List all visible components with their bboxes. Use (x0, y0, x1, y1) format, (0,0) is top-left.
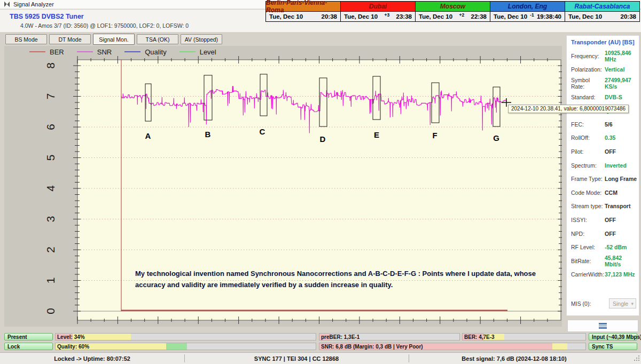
y-axis-tick-label: 4 (44, 185, 57, 192)
clock-value: 19:38:40 (537, 13, 561, 20)
y-axis-tick-label: 3 (44, 216, 57, 223)
legend-label: Level (200, 48, 216, 56)
meter-bar-label: preBER: 1,3E-1 (321, 334, 359, 340)
transponder-row-value: 37,123 MHz (605, 271, 635, 278)
transponder-list-icon (599, 323, 607, 329)
transponder-row: Pilot:OFF (571, 145, 637, 159)
y-axis-tick-label: 8 (44, 62, 57, 69)
transponder-rows: Frequency:10925,846 MHzPolarization:Vert… (571, 49, 637, 281)
meter-bar: BER: 4,7E-3 (462, 333, 586, 341)
meter-bar-label: Level: 34% (57, 334, 85, 340)
transponder-panel: Transponder (AU) [BS] Frequency:10925,84… (566, 35, 639, 316)
transponder-row-value: Transport (605, 203, 630, 209)
tab-bs-mode[interactable]: BS Mode (5, 34, 47, 44)
transponder-row-label: Standard: (571, 94, 605, 100)
statusbar: Locked -> Uptime: 80:07:52SYNC 177 | TEI… (0, 352, 641, 364)
transponder-row: Symbol Rate:27499,947 KS/s (571, 76, 637, 90)
tab-av-stopped[interactable]: AV (Stopped) (181, 34, 222, 44)
transponder-row: Spectrum:Inverted (571, 159, 637, 172)
mis-dropdown[interactable]: Single ▾ (609, 298, 636, 308)
window-title: Signal Analyzer (13, 1, 54, 7)
clock-date: Tue, Dec 10 (568, 13, 602, 20)
marker-label-d: D (320, 134, 326, 144)
transponder-row-label: Stream type: (571, 203, 605, 209)
transponder-row: ISSYI:OFF (571, 213, 637, 227)
transponder-row-label: BitRate: (571, 258, 605, 264)
legend-line-swatch (29, 51, 45, 52)
mode-tabs: BS ModeDT ModeSignal Mon.TSA (OK)AV (Sto… (5, 34, 222, 45)
clock-utc-offset: -1 (530, 12, 534, 18)
marker-label-b: B (205, 130, 211, 139)
clock-time: Tue, Dec 10+222:38 (416, 11, 490, 21)
transponder-row: Stream type:Transport (571, 200, 637, 213)
tab-signal-mon[interactable]: Signal Mon. (93, 34, 135, 45)
y-axis-tick-label: 5 (44, 155, 57, 161)
clock-value: 20:38 (621, 13, 636, 20)
transponder-row-label: RF Level: (571, 244, 605, 250)
resize-grip-icon[interactable] (634, 354, 640, 363)
transponder-row: BitRate:45,842 Mbit/s (571, 254, 637, 268)
transponder-row: Frequency:10925,846 MHz (571, 49, 637, 63)
transponder-row: Code Mode:CCM (571, 186, 637, 200)
transponder-row-value: 45,842 Mbit/s (605, 255, 637, 267)
transponder-row: Polarization:Vertical (571, 63, 637, 77)
transponder-row-value: 5/6 (605, 121, 613, 128)
transponder-row-label: Code Mode: (571, 189, 605, 196)
clock-column: Berlin-Paris-Vienna-RomaTue, Dec 1020:38 (266, 2, 341, 21)
meter-bar-label: BER: 4,7E-3 (464, 334, 495, 340)
transponder-row-value: 0.35 (605, 134, 615, 141)
transponder-row-value: OFF (605, 217, 616, 223)
clock-time: Tue, Dec 10-119:38:40 (490, 11, 565, 21)
chevron-down-icon: ▾ (631, 301, 636, 306)
meter-row-1: PresentLevel: 34%preBER: 1,3E-1BER: 4,7E… (0, 333, 641, 341)
transponder-row-label: Symbol Rate: (571, 77, 605, 90)
transponder-row: CarrierWidth:37,123 MHz (571, 268, 637, 282)
clock-date: Tue, Dec 10 (494, 13, 527, 20)
clock-column: DubaiTue, Dec 10+323:38 (341, 2, 416, 21)
transponder-row-label: CarrierWidth: (571, 271, 605, 278)
tab-dt-mode[interactable]: DT Mode (49, 34, 91, 44)
legend-line-swatch (124, 51, 140, 52)
legend-line-swatch (179, 51, 196, 52)
transponder-row: FEC:5/6 (571, 117, 637, 131)
transponder-row-value: OFF (605, 148, 616, 155)
legend-label: BER (50, 48, 64, 56)
transponder-row-value: CCM (605, 189, 617, 196)
meter-bar-label: Quality: 60% (57, 344, 89, 350)
meter-bar: Level: 34% (55, 333, 316, 341)
transponder-row-label: Frame Type: (571, 176, 605, 182)
transponder-row: NPD:OFF (571, 227, 637, 241)
cursor-tooltip: 2024-12-10 20.38.41, value: 6,8000001907… (508, 105, 629, 113)
transponder-row-value: -52 dBm (605, 244, 627, 250)
meter-bar-label: SNR: 6,8 dB (Margin: 0,3 dB | Very Poor) (321, 344, 423, 350)
marker-label-c: C (260, 127, 265, 136)
transponder-row-value: Long Frame (605, 176, 637, 182)
world-clocks: Berlin-Paris-Vienna-RomaTue, Dec 1020:38… (265, 1, 640, 22)
tuner-name: TBS 5925 DVBS2 Tuner (10, 13, 84, 20)
status-badge-input-40-39-mbps: Input (~40,39 Mbps) (589, 333, 637, 341)
meter-bar: preBER: 1,3E-1 (319, 333, 460, 341)
transponder-row-value: OFF (605, 231, 616, 237)
y-axis-tick-label: 0 (44, 308, 57, 314)
y-axis-tick-label: 1 (44, 278, 57, 284)
meter-bar: SNR: 6,8 dB (Margin: 0,3 dB | Very Poor) (319, 343, 586, 350)
tab-tsa-ok[interactable]: TSA (OK) (137, 34, 178, 44)
transponder-row-value: Vertical (605, 66, 624, 73)
transponder-row-label: Pilot: (571, 148, 605, 155)
statusbar-section: SYNC 177 | TEI 304 | CC 12868 (184, 353, 409, 364)
mis-row: MIS (0): Single ▾ (571, 298, 636, 308)
clock-city: Dubai (341, 2, 415, 11)
status-badge-lock: Lock (4, 343, 53, 350)
clock-utc-offset: +3 (384, 12, 389, 18)
statusbar-section: Best signal: 7,6 dB (2024-12-08 18:10) (409, 353, 620, 364)
transponder-list-button[interactable] (567, 320, 638, 332)
legend-label: Quality (145, 48, 166, 56)
marker-label-a: A (145, 131, 151, 140)
transponder-row-value: Inverted (605, 162, 627, 169)
y-axis-tick-label: 7 (44, 93, 57, 100)
transponder-row: Standard:DVB-S (571, 90, 637, 104)
legend-item-ber: BER (29, 48, 64, 56)
legend-label: SNR (97, 48, 112, 56)
y-axis-tick-label: 2 (44, 247, 57, 253)
chart-legend: BERSNRQualityLevel (29, 47, 229, 57)
